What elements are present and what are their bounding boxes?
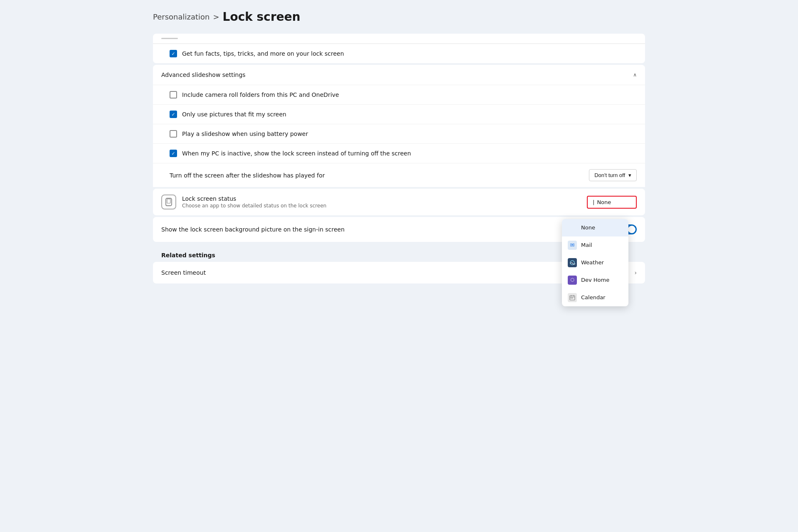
status-text-group: Lock screen status Choose an app to show… <box>182 195 326 209</box>
screen-timeout-chevron-icon: › <box>634 269 637 276</box>
turnoff-dropdown-button[interactable]: Don't turn off ▾ <box>589 169 637 181</box>
dropdown-item-mail-label: Mail <box>581 242 592 248</box>
inactive-lockscreen-checkbox[interactable] <box>170 150 177 157</box>
fun-facts-row: Get fun facts, tips, tricks, and more on… <box>153 44 645 63</box>
status-title: Lock screen status <box>182 195 326 202</box>
fun-facts-label: Get fun facts, tips, tricks, and more on… <box>182 50 344 57</box>
advanced-slideshow-section: Advanced slideshow settings ∧ Include ca… <box>153 65 645 187</box>
inactive-lockscreen-label: When my PC is inactive, show the lock sc… <box>182 150 411 157</box>
dropdown-item-calendar-label: Calendar <box>581 294 605 300</box>
signin-label: Show the lock screen background picture … <box>161 226 345 233</box>
related-settings-header: Related settings <box>161 252 215 259</box>
fun-facts-checkbox[interactable] <box>170 50 177 57</box>
lock-screen-status-row: Lock screen status Choose an app to show… <box>153 189 645 215</box>
status-selected-value: None <box>597 199 611 205</box>
status-dropdown-selected[interactable]: | None <box>587 196 637 209</box>
top-partial-card: Get fun facts, tips, tricks, and more on… <box>153 34 645 63</box>
page-title: Lock screen <box>223 10 300 24</box>
fit-screen-label: Only use pictures that fit my screen <box>182 111 286 118</box>
status-dropdown-container: | None None ✉ Mail <box>587 196 637 209</box>
svg-rect-8 <box>572 298 573 298</box>
battery-slideshow-row: Play a slideshow when using battery powe… <box>153 124 645 144</box>
breadcrumb: Personalization > Lock screen <box>153 10 645 24</box>
dropdown-item-devhome[interactable]: ⬡ Dev Home <box>562 271 628 289</box>
battery-slideshow-checkbox[interactable] <box>170 130 177 138</box>
fit-screen-checkbox[interactable] <box>170 111 177 118</box>
advanced-slideshow-label: Advanced slideshow settings <box>161 71 246 78</box>
dropdown-item-calendar[interactable]: Calendar <box>562 289 628 306</box>
camera-roll-checkbox[interactable] <box>170 91 177 99</box>
status-left-group: Lock screen status Choose an app to show… <box>161 195 326 209</box>
turnoff-screen-row: Turn off the screen after the slideshow … <box>153 163 645 187</box>
turnoff-screen-label: Turn off the screen after the slideshow … <box>170 172 325 179</box>
screen-timeout-label: Screen timeout <box>161 269 206 276</box>
devhome-icon: ⬡ <box>568 276 577 285</box>
advanced-slideshow-header[interactable]: Advanced slideshow settings ∧ <box>153 65 645 85</box>
turnoff-dropdown-chevron-icon: ▾ <box>628 172 631 178</box>
breadcrumb-parent[interactable]: Personalization <box>153 12 209 21</box>
status-dropdown-menu: None ✉ Mail Weather <box>562 219 628 306</box>
none-icon <box>568 223 577 232</box>
advanced-slideshow-chevron-icon: ∧ <box>633 72 637 78</box>
svg-rect-1 <box>167 199 170 203</box>
dropdown-item-devhome-label: Dev Home <box>581 277 609 283</box>
fit-screen-row: Only use pictures that fit my screen <box>153 105 645 124</box>
inactive-lockscreen-row: When my PC is inactive, show the lock sc… <box>153 144 645 163</box>
weather-icon <box>568 258 577 267</box>
turnoff-dropdown-value: Don't turn off <box>594 172 625 178</box>
lock-screen-status-icon <box>161 195 176 209</box>
calendar-icon <box>568 293 577 302</box>
camera-roll-label: Include camera roll folders from this PC… <box>182 91 339 98</box>
breadcrumb-separator: > <box>213 12 219 21</box>
dropdown-item-mail[interactable]: ✉ Mail <box>562 236 628 254</box>
battery-slideshow-label: Play a slideshow when using battery powe… <box>182 131 308 137</box>
svg-rect-7 <box>571 298 571 298</box>
status-subtitle: Choose an app to show detailed status on… <box>182 203 326 209</box>
dropdown-item-none[interactable]: None <box>562 219 628 236</box>
camera-roll-row: Include camera roll folders from this PC… <box>153 85 645 105</box>
status-cursor: | <box>593 199 594 205</box>
dropdown-item-weather-label: Weather <box>581 259 604 266</box>
mail-icon: ✉ <box>568 241 577 250</box>
dropdown-item-none-label: None <box>581 224 595 231</box>
svg-rect-0 <box>166 198 172 206</box>
dropdown-item-weather[interactable]: Weather <box>562 254 628 271</box>
